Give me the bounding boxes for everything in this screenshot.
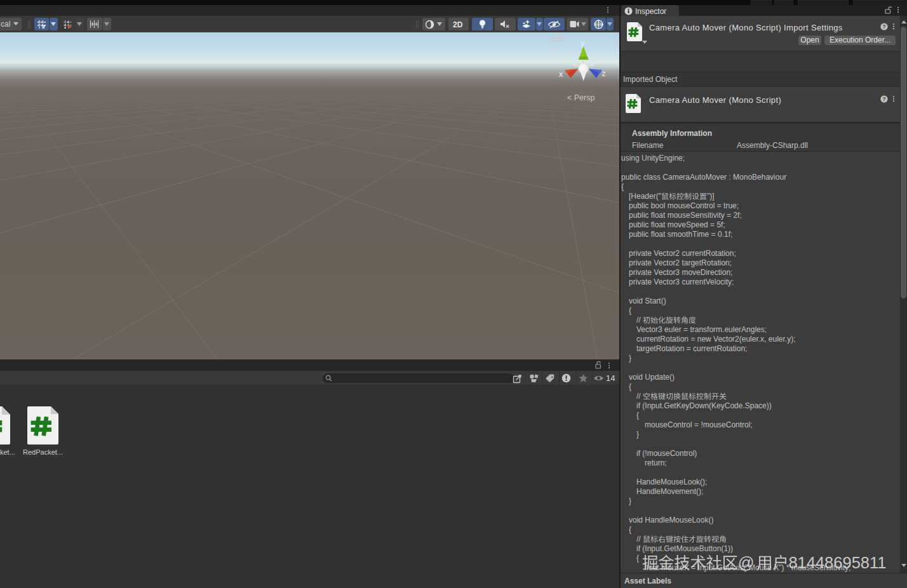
- svg-text:z: z: [602, 69, 606, 78]
- svg-text:?: ?: [882, 23, 886, 30]
- svg-text:x: x: [559, 70, 563, 79]
- svg-text:@: @: [738, 554, 755, 571]
- svg-text:?: ?: [882, 96, 886, 102]
- svg-text:81448695811: 81448695811: [788, 554, 886, 571]
- svg-text:y: y: [581, 39, 585, 48]
